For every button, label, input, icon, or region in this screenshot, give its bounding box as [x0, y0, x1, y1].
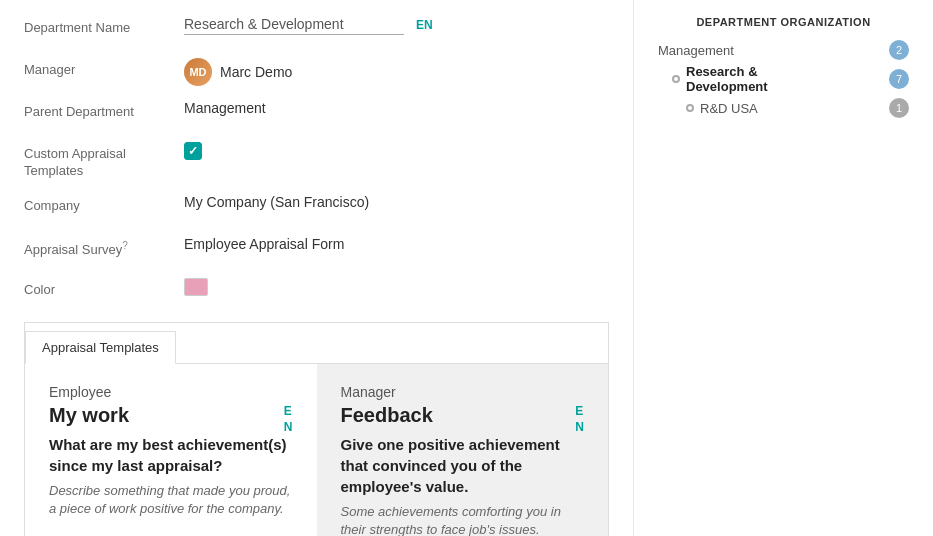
employee-section-title: My work: [49, 404, 129, 427]
color-row: Color: [24, 278, 609, 306]
manager-section: Manager Feedback E N Give one positive a…: [317, 364, 609, 536]
org-usa-row: R&D USA 1: [658, 98, 909, 118]
org-usa-label: R&D USA: [700, 101, 758, 116]
department-name-label: Department Name: [24, 16, 184, 35]
manager-question: Give one positive achievement that convi…: [341, 434, 585, 497]
color-value: [184, 278, 609, 296]
manager-avatar: MD: [184, 58, 212, 86]
manager-name: Marc Demo: [220, 64, 292, 80]
manager-lang-n[interactable]: N: [575, 420, 584, 434]
manager-lang-badges: E N: [575, 404, 584, 434]
appraisal-content: Employee My work E N What are my best ac…: [25, 364, 608, 536]
color-label: Color: [24, 278, 184, 297]
appraisal-survey-row: Appraisal Survey? Employee Appraisal For…: [24, 236, 609, 264]
manager-label: Manager: [24, 58, 184, 77]
manager-row: Manager MD Marc Demo: [24, 58, 609, 86]
manager-role: Manager: [341, 384, 585, 400]
org-usa-inner: R&D USA: [686, 101, 758, 116]
employee-question: What are my best achievement(s) since my…: [49, 434, 293, 476]
org-rd-row: Research &Development 7: [658, 64, 909, 94]
manager-lang-e[interactable]: E: [575, 404, 584, 418]
appraisal-survey-superscript: ?: [122, 240, 128, 251]
department-name-value: EN: [184, 16, 609, 35]
parent-department-row: Parent Department Management: [24, 100, 609, 128]
manager-container: MD Marc Demo: [184, 58, 609, 86]
manager-section-title: Feedback: [341, 404, 433, 427]
custom-appraisal-value: [184, 142, 609, 160]
appraisal-survey-label: Appraisal Survey?: [24, 236, 184, 257]
employee-role: Employee: [49, 384, 293, 400]
tabs-container: Appraisal Templates: [25, 331, 608, 364]
custom-appraisal-row: Custom Appraisal Templates: [24, 142, 609, 180]
custom-appraisal-label: Custom Appraisal Templates: [24, 142, 184, 180]
color-swatch[interactable]: [184, 278, 208, 296]
company-label: Company: [24, 194, 184, 213]
org-management-badge: 2: [889, 40, 909, 60]
appraisal-survey-value: Employee Appraisal Form: [184, 236, 609, 252]
tab-appraisal-templates[interactable]: Appraisal Templates: [25, 331, 176, 364]
employee-lang-e[interactable]: E: [284, 404, 293, 418]
employee-section: Employee My work E N What are my best ac…: [25, 364, 317, 536]
org-rd-badge: 7: [889, 69, 909, 89]
org-management-row: Management 2: [658, 40, 909, 60]
company-row: Company My Company (San Francisco): [24, 194, 609, 222]
org-usa-dot: [686, 104, 694, 112]
org-title: DEPARTMENT ORGANIZATION: [658, 16, 909, 28]
manager-section-header: Feedback E N: [341, 404, 585, 434]
org-rd-inner: Research &Development: [672, 64, 768, 94]
en-language-badge[interactable]: EN: [416, 18, 433, 32]
employee-lang-n[interactable]: N: [284, 420, 293, 434]
employee-section-header: My work E N: [49, 404, 293, 434]
org-management-label: Management: [658, 43, 734, 58]
org-rd-dot: [672, 75, 680, 83]
parent-department-value: Management: [184, 100, 609, 116]
appraisal-wrapper: Appraisal Templates Employee My work E N…: [24, 322, 609, 536]
department-name-row: Department Name EN: [24, 16, 609, 44]
org-usa-badge: 1: [889, 98, 909, 118]
org-rd-label: Research &Development: [686, 64, 768, 94]
custom-appraisal-checkbox[interactable]: [184, 142, 202, 160]
manager-description: Some achievements comforting you in thei…: [341, 503, 585, 536]
parent-department-label: Parent Department: [24, 100, 184, 119]
company-value: My Company (San Francisco): [184, 194, 609, 210]
manager-value: MD Marc Demo: [184, 58, 609, 86]
employee-description: Describe something that made you proud, …: [49, 482, 293, 518]
right-panel: DEPARTMENT ORGANIZATION Management 2 Res…: [633, 0, 933, 536]
department-name-input[interactable]: [184, 16, 404, 35]
employee-lang-badges: E N: [284, 404, 293, 434]
